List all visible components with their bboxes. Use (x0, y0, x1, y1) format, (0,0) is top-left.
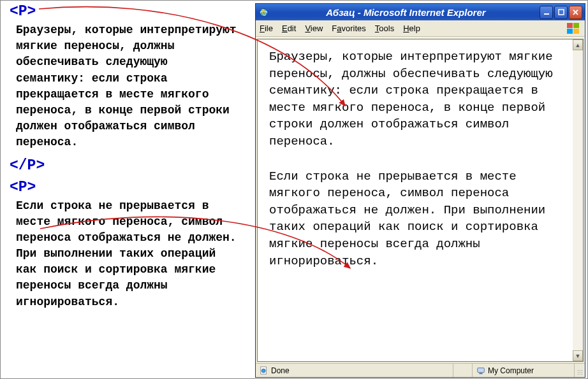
maximize-button[interactable] (554, 6, 568, 19)
svg-rect-3 (559, 10, 564, 15)
menubar: File Edit View Favorites Tools Help (256, 20, 585, 37)
menu-favorites[interactable]: Favorites (332, 24, 365, 33)
titlebar[interactable]: Абзац - Microsoft Internet Explorer ✕ (256, 4, 585, 20)
statusbar: Done My Computer (256, 363, 585, 377)
page-icon (260, 366, 268, 375)
source-paragraph-1: Браузеры, которые интерпретируют мягкие … (10, 22, 239, 151)
menu-help[interactable]: Help (403, 24, 420, 33)
menu-file[interactable]: File (260, 24, 273, 33)
menu-view[interactable]: View (305, 24, 323, 33)
svg-rect-2 (544, 13, 549, 15)
close-button[interactable]: ✕ (569, 6, 582, 19)
minimize-button[interactable] (540, 6, 553, 19)
rendered-paragraph-2: Если строка не прерывается в месте мягко… (269, 168, 561, 270)
scroll-track[interactable] (573, 50, 583, 350)
source-paragraph-2: Если строка не прерывается в месте мягко… (10, 198, 239, 310)
menu-edit[interactable]: Edit (282, 24, 296, 33)
scroll-up-button[interactable]: ▲ (573, 39, 583, 50)
svg-rect-6 (478, 368, 485, 372)
status-zone-label: My Computer (488, 366, 534, 375)
status-left: Done (256, 364, 453, 377)
close-tag-1: </P> (10, 157, 239, 174)
browser-window: Абзац - Microsoft Internet Explorer ✕ Fi… (255, 3, 585, 378)
ie-icon (258, 7, 268, 17)
menu-tools[interactable]: Tools (375, 24, 394, 33)
status-mid (453, 364, 473, 377)
status-done-label: Done (271, 366, 290, 375)
rendered-paragraph-1: Браузеры, которые интерпретируют мягкие … (269, 48, 561, 150)
windows-logo-icon (564, 22, 581, 36)
source-code-panel: <P> Браузеры, которые интерпретируют мяг… (10, 3, 239, 317)
content-wrapper: Браузеры, которые интерпретируют мягкие … (256, 37, 585, 363)
scroll-down-button[interactable]: ▼ (573, 350, 583, 361)
computer-icon (476, 366, 485, 375)
open-tag-1: <P> (10, 3, 239, 20)
page-content: Браузеры, которые интерпретируют мягкие … (257, 39, 573, 362)
window-title: Абзац - Microsoft Internet Explorer (272, 7, 540, 18)
svg-rect-7 (479, 373, 482, 374)
vertical-scrollbar[interactable]: ▲ ▼ (573, 39, 584, 362)
resize-grip[interactable] (575, 364, 585, 377)
status-zone: My Computer (473, 364, 575, 377)
open-tag-2: <P> (10, 179, 239, 196)
svg-point-5 (261, 368, 265, 372)
